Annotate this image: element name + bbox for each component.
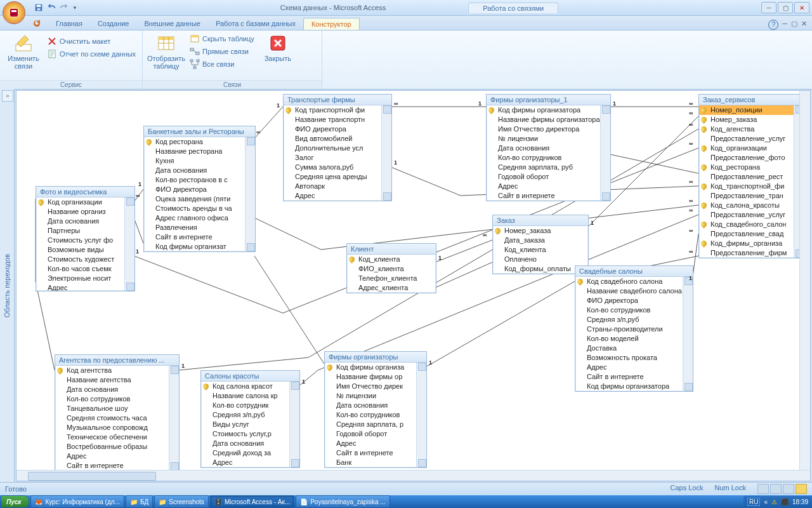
table-field[interactable]: Код салона красот [201,382,299,391]
table-header[interactable]: Фото и видеосъемка [36,187,134,197]
table-field[interactable]: Автопарк [284,182,391,191]
table-klient[interactable]: КлиентКод_клиентаФИО_клиентаТелефон_клие… [346,243,436,293]
show-table-button[interactable]: Отобразить таблицу [147,32,186,71]
taskbar-item[interactable]: 🗄️Microsoft Access - Ак... [210,495,294,508]
table-field[interactable]: Предоставление_свад [699,229,800,239]
table-field[interactable]: Сумма залога,руб [284,163,391,172]
table-field[interactable]: Банк [325,458,426,467]
table-header[interactable]: Фирмы организаторы [325,352,426,363]
table-field[interactable]: Название транспортн [284,115,391,124]
close-relationships-button[interactable]: Закрыть [258,32,298,64]
table-field[interactable]: Вид автомобилей [284,134,391,144]
table-field[interactable]: Средняя з/п,руб [575,315,693,324]
maximize-button[interactable]: ▢ [778,2,793,13]
table-field[interactable]: Код свадебного салона [575,277,693,286]
table-field[interactable]: № лицензии [487,134,610,144]
table-field[interactable]: Кол-во часов съемк [36,264,134,274]
table-field[interactable]: Предоставление_услуг [699,134,800,144]
taskbar-item[interactable]: 🦊Курс: Информатика (дл... [30,495,124,508]
table-header[interactable]: Транспортые фирмы [284,95,391,105]
direct-relationships-button[interactable]: Прямые связи [188,46,256,57]
view-buttons[interactable] [757,484,807,494]
table-org[interactable]: Фирмы организаторыКод фирмы организаНазв… [324,351,427,468]
table-field[interactable]: Возможные виды [36,245,134,255]
table-zakazserv[interactable]: Заказ_сервисовНомер_позицииНомер_заказаК… [698,94,800,258]
table-field[interactable]: Годовой оборот [325,429,426,439]
table-field[interactable]: Код_салона_красоты [699,201,800,210]
table-field[interactable]: Название фирмы организатора [487,115,610,124]
relationships-canvas[interactable]: Фото и видеосъемкаКод организацииНазвани… [16,90,811,481]
table-field[interactable]: Код_формы_оплаты [493,264,588,274]
table-field[interactable]: Сайт в интернете [487,191,610,201]
office-button[interactable] [3,1,25,24]
table-field[interactable]: Название агентства [55,375,179,385]
table-field[interactable]: ФИО директора [144,185,255,194]
table-field[interactable]: Адрес [284,191,391,201]
table-field[interactable]: Номер_заказа [493,226,588,236]
table-field[interactable]: Код ресторана [144,137,255,147]
table-trans[interactable]: Транспортые фирмыКод транспортной фиНазв… [283,94,392,201]
table-field[interactable]: Доставка [575,344,693,353]
clear-layout-button[interactable]: Очистить макет [46,36,137,47]
table-field[interactable]: Дата основания [55,385,179,394]
table-header[interactable]: Банкетные залы и Рестораны [144,126,255,137]
table-scrollbar[interactable] [289,382,299,467]
table-field[interactable]: Дата основания [325,401,426,410]
table-field[interactable]: Название фирмы ор [325,372,426,382]
mdi-restore-icon[interactable]: ▢ [791,20,797,30]
refresh-icon[interactable] [32,18,42,30]
table-field[interactable]: Сайт в интернете [325,448,426,458]
system-tray[interactable]: RU « ⚠ ⬛ 18:39 [743,496,812,507]
table-salon[interactable]: Салоны красотыКод салона красотНазвание … [200,370,300,468]
ribbon-tab[interactable]: Главная [48,18,90,30]
table-field[interactable]: Код агентства [55,366,179,375]
qat-dropdown-icon[interactable]: ▼ [72,5,77,11]
table-field[interactable]: Кол-во моделей [575,334,693,344]
start-button[interactable]: Пуск [1,495,29,508]
table-field[interactable]: Код фирмы организатора [487,105,610,115]
table-field[interactable]: Кол-во сотрудников [55,394,179,404]
table-header[interactable]: Салоны красоты [201,371,299,382]
table-field[interactable]: Кол-во сотрудник [201,401,299,410]
table-field[interactable]: Дата основания [36,217,134,226]
help-icon[interactable]: ? [768,20,778,30]
table-field[interactable]: Код фирмы организат [144,242,255,251]
table-field[interactable]: Дата основания [144,166,255,175]
table-field[interactable]: ФИО директора [575,296,693,305]
table-field[interactable]: Техническое обеспечени [55,432,179,442]
table-field[interactable]: Предоставление_услуг [699,210,800,220]
table-scrollbar[interactable] [124,197,134,291]
table-field[interactable]: Код_клиента [493,245,588,255]
table-field[interactable]: Стоимость услуг фо [36,236,134,245]
table-field[interactable]: Средняя стоимость часа [55,413,179,423]
table-field[interactable]: Сайт в интернете [575,372,693,382]
redo-icon[interactable] [60,3,69,12]
clock[interactable]: 18:39 [792,498,808,505]
table-field[interactable]: Дата основания [487,144,610,153]
table-field[interactable]: Адрес главного офиса [144,213,255,223]
table-scrollbar[interactable] [169,366,179,471]
table-field[interactable]: Сайт в интернете [144,232,255,242]
table-field[interactable]: Электронные носит [36,274,134,283]
table-banket[interactable]: Банкетные залы и РестораныКод ресторанаН… [143,126,256,252]
ribbon-tab[interactable]: Внешние данные [137,18,208,30]
taskbar-item[interactable]: 📁Screenshots [154,495,209,508]
edit-relationships-button[interactable]: Изменить связи [4,32,43,71]
table-field[interactable]: Средняя зарплата, руб [487,163,610,172]
taskbar-item[interactable]: 📄Poyasnitelnaya_zapiska ... [296,495,390,508]
close-button[interactable]: ✕ [794,2,809,13]
table-header[interactable]: Фирмы организаторы_1 [487,95,610,105]
table-field[interactable]: Номер_заказа [699,115,800,124]
table-photo[interactable]: Фото и видеосъемкаКод организацииНазвани… [36,186,135,291]
table-field[interactable]: Виды услуг [201,420,299,429]
table-field[interactable]: Код_транспортной_фи [699,182,800,191]
table-scrollbar[interactable] [416,363,426,467]
mdi-close-icon[interactable]: ✕ [801,20,807,30]
table-field[interactable]: Стоимость художест [36,255,134,264]
table-field[interactable]: Код_фирмы_организа [699,239,800,248]
table-field[interactable]: № лицензии [325,391,426,401]
table-field[interactable]: Возможность проката [575,353,693,363]
table-scrollbar[interactable] [683,277,693,391]
tray-icon[interactable]: ⚠ [771,498,777,505]
table-field[interactable]: Кол-во сотрудников [487,153,610,163]
